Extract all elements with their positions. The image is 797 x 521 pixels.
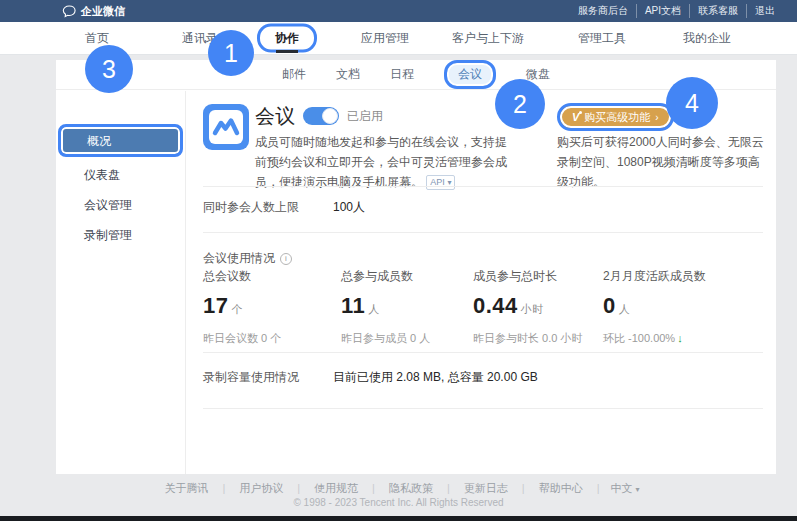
caret-down-icon: ▾ <box>636 485 640 494</box>
content-card: 邮件 文档 日程 会议 微盘 概况 仪表盘 会议管理 录制管理 会议 <box>56 60 776 474</box>
topbar-links: 服务商后台 API文档 联系客服 退出 <box>570 4 783 18</box>
footer-links: 关于腾讯用户协议使用规范隐私政策更新日志帮助中心中文 ▾ <box>0 481 797 496</box>
enable-toggle[interactable] <box>303 107 339 125</box>
tab-calendar[interactable]: 日程 <box>390 66 414 83</box>
divider <box>203 186 763 187</box>
sidebar-item-overview[interactable]: 概况 <box>58 124 183 157</box>
chat-bubble-icon <box>62 5 77 18</box>
nav-active-underline <box>276 50 298 53</box>
app-title: 会议 <box>255 103 295 130</box>
api-doc-link[interactable]: API文档 <box>637 4 690 18</box>
stat-label: 成员参与总时长 <box>473 268 608 285</box>
footer-link-agreement[interactable]: 用户协议 <box>232 482 307 494</box>
app-description-text: 成员可随时随地发起和参与的在线会议，支持提前预约会议和立即开会，会中可灵活管理参… <box>255 135 507 189</box>
annotation-step-3: 3 <box>85 45 133 93</box>
sidebar-item-meeting-mgmt[interactable]: 会议管理 <box>56 190 185 220</box>
stat-unit: 人 <box>619 303 631 315</box>
footer-link-privacy[interactable]: 隐私政策 <box>382 482 457 494</box>
app-header: 会议 已启用 <box>255 104 383 128</box>
participant-limit-label: 同时参会人数上限 <box>203 199 299 216</box>
sidebar-item-dashboard[interactable]: 仪表盘 <box>56 160 185 190</box>
divider <box>203 232 763 233</box>
nav-item-company[interactable]: 我的企业 <box>683 30 731 47</box>
recording-capacity-value: 目前已使用 2.08 MB, 总容量 20.00 GB <box>333 369 538 386</box>
divider <box>203 352 763 353</box>
stat-label: 总参与成员数 <box>341 268 476 285</box>
stat-sub: 昨日参与成员 0 人 <box>341 331 476 346</box>
nav-item-collaboration[interactable]: 协作 <box>257 24 317 53</box>
window-bottom-edge <box>0 516 797 521</box>
stat-label: 2月月度活跃成员数 <box>603 268 773 285</box>
stat-unit: 小时 <box>521 303 544 315</box>
tab-mail[interactable]: 邮件 <box>282 66 306 83</box>
footer-link-about[interactable]: 关于腾讯 <box>157 482 232 494</box>
nav-item-home[interactable]: 首页 <box>85 30 109 47</box>
meeting-app-icon <box>203 104 249 150</box>
main-panel: 会议 已启用 成员可随时随地发起和参与的在线会议，支持提前预约会议和立即开会，会… <box>187 91 776 474</box>
language-selector[interactable]: 中文 ▾ <box>607 482 640 494</box>
topbar: 企业微信 服务商后台 API文档 联系客服 退出 <box>0 0 797 22</box>
stat-sub-text: 环比 -100.00% <box>603 332 675 344</box>
footer-link-help[interactable]: 帮助中心 <box>532 482 607 494</box>
buy-premium-description: 购买后可获得2000人同时参会、无限云录制空间、1080P视频清晰度等多项高级功… <box>557 132 771 192</box>
stat-sub: 昨日会议数 0 个 <box>203 331 338 346</box>
annotation-step-4: 4 <box>666 77 718 129</box>
footer-link-changelog[interactable]: 更新日志 <box>457 482 532 494</box>
sidebar: 概况 仪表盘 会议管理 录制管理 <box>56 91 186 474</box>
annotation-step-1: 1 <box>208 30 254 76</box>
logo-text: 企业微信 <box>81 4 125 19</box>
stat-monthly-active: 2月月度活跃成员数 0人 环比 -100.00%↓ <box>603 268 773 346</box>
buy-premium-label: 购买高级功能 <box>584 110 650 125</box>
divider <box>203 408 763 409</box>
wecom-admin-screen: 企业微信 服务商后台 API文档 联系客服 退出 首页 通讯录 协作 应用管理 … <box>0 0 797 521</box>
stat-unit: 个 <box>231 303 243 315</box>
annotation-step-2: 2 <box>495 79 545 129</box>
tab-meeting[interactable]: 会议 <box>444 60 496 89</box>
nav-item-tools[interactable]: 管理工具 <box>578 30 626 47</box>
app-description: 成员可随时随地发起和参与的在线会议，支持提前预约会议和立即开会，会中可灵活管理参… <box>255 132 509 192</box>
buy-premium-button[interactable]: V 购买高级功能 › <box>557 103 674 131</box>
trend-down-icon: ↓ <box>677 332 683 344</box>
chevron-right-icon: › <box>655 112 658 123</box>
stat-label: 总会议数 <box>203 268 338 285</box>
sidebar-item-recording-mgmt[interactable]: 录制管理 <box>56 220 185 250</box>
stat-total-participants: 总参与成员数 11人 昨日参与成员 0 人 <box>341 268 476 346</box>
logout-link[interactable]: 退出 <box>747 4 783 18</box>
toggle-knob <box>322 108 338 124</box>
copyright: © 1998 - 2023 Tencent Inc. All Rights Re… <box>0 497 797 508</box>
stat-value: 11 <box>341 293 365 318</box>
wecom-logo: 企业微信 <box>62 4 125 19</box>
contact-support-link[interactable]: 联系客服 <box>690 4 747 18</box>
stat-total-meetings: 总会议数 17个 昨日会议数 0 个 <box>203 268 338 346</box>
vip-v-icon: V <box>572 111 579 123</box>
footer-link-rules[interactable]: 使用规范 <box>307 482 382 494</box>
info-icon[interactable]: i <box>280 253 292 265</box>
sub-tabs: 邮件 文档 日程 会议 微盘 <box>56 60 776 90</box>
recording-capacity-label: 录制容量使用情况 <box>203 369 299 386</box>
nav-item-apps[interactable]: 应用管理 <box>361 30 409 47</box>
usage-section-title: 会议使用情况 i <box>203 250 292 267</box>
nav-item-customers[interactable]: 客户与上下游 <box>452 30 524 47</box>
tab-docs[interactable]: 文档 <box>336 66 360 83</box>
stat-value: 17 <box>203 293 228 318</box>
api-dropdown-tag[interactable]: API ▾ <box>426 175 455 190</box>
toggle-status-label: 已启用 <box>347 108 383 125</box>
participant-limit-value: 100人 <box>333 199 365 216</box>
stat-value: 0.44 <box>473 293 518 318</box>
usage-title-text: 会议使用情况 <box>203 250 275 267</box>
stat-sub: 昨日参与时长 0.0 小时 <box>473 331 608 346</box>
stat-unit: 人 <box>368 303 380 315</box>
stat-sub: 环比 -100.00%↓ <box>603 331 773 346</box>
service-provider-link[interactable]: 服务商后台 <box>570 4 637 18</box>
stat-value: 0 <box>603 293 616 318</box>
stat-total-duration: 成员参与总时长 0.44小时 昨日参与时长 0.0 小时 <box>473 268 608 346</box>
language-label: 中文 <box>611 482 633 494</box>
